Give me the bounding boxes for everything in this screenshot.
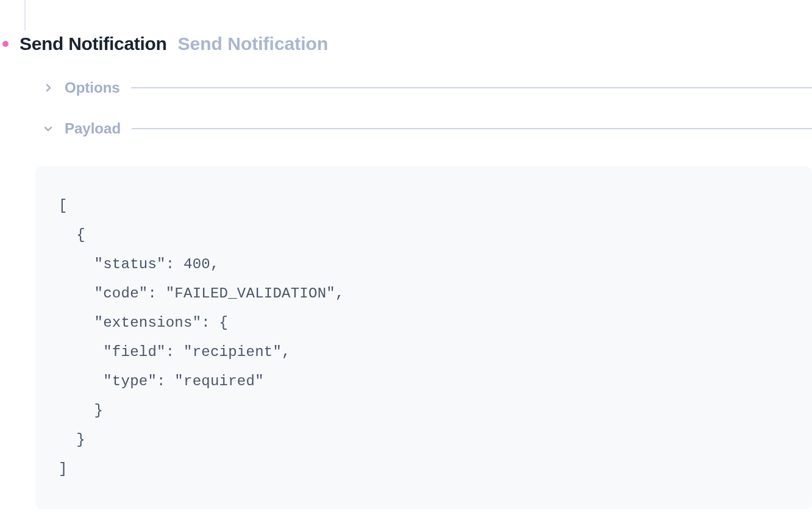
chevron-down-icon[interactable] [43,123,54,134]
step-status-dot [2,41,9,47]
section-divider [131,87,812,88]
step-header: Send Notification Send Notification [2,34,328,54]
section-divider [132,128,812,129]
step-title: Send Notification [20,34,167,54]
chevron-right-icon[interactable] [43,82,54,93]
step-subtitle: Send Notification [178,34,329,54]
section-payload-header[interactable]: Payload [43,120,812,137]
section-payload-label: Payload [65,120,121,137]
section-options-header[interactable]: Options [43,79,812,96]
section-options-label: Options [65,79,120,96]
payload-json: [ { "status": 400, "code": "FAILED_VALID… [59,191,789,484]
timeline-connector [24,0,26,30]
payload-code-block: [ { "status": 400, "code": "FAILED_VALID… [35,166,812,510]
